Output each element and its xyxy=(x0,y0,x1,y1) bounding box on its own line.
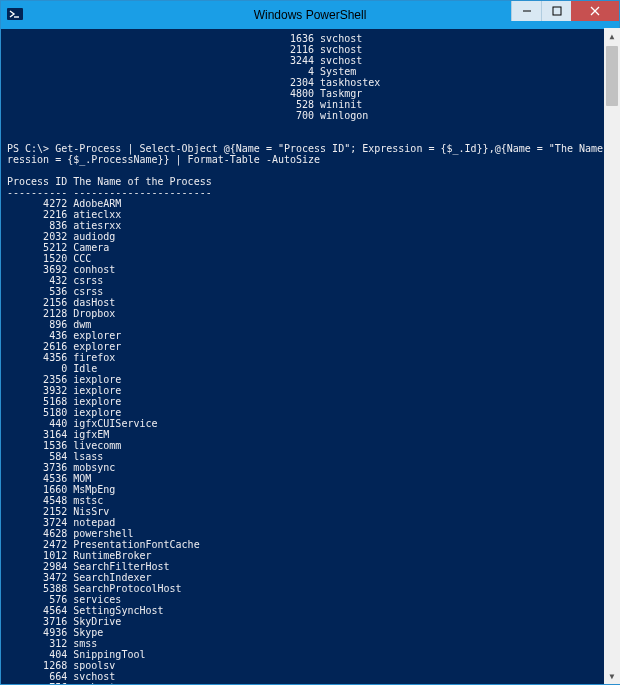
powershell-window: Windows PowerShell 1636 svchost xyxy=(0,0,620,685)
process-row: 2156 dasHost xyxy=(7,297,619,308)
process-row: 4 System xyxy=(7,66,619,77)
process-row: 2116 svchost xyxy=(7,44,619,55)
process-row: 2356 iexplore xyxy=(7,374,619,385)
process-row: 756 svchost xyxy=(7,682,619,684)
process-row: 2304 taskhostex xyxy=(7,77,619,88)
process-row: 896 dwm xyxy=(7,319,619,330)
process-row: 576 services xyxy=(7,594,619,605)
close-button[interactable] xyxy=(571,1,619,21)
process-row: 404 SnippingTool xyxy=(7,649,619,660)
process-row: 2128 Dropbox xyxy=(7,308,619,319)
process-row: 3692 conhost xyxy=(7,264,619,275)
process-row: 1636 svchost xyxy=(7,33,619,44)
svg-rect-3 xyxy=(553,7,561,15)
process-row: 4356 firefox xyxy=(7,352,619,363)
scroll-down-button[interactable]: ▼ xyxy=(604,668,620,684)
process-row: 2152 NisSrv xyxy=(7,506,619,517)
terminal-output[interactable]: 1636 svchost 2116 svchost 3244 svchost 4… xyxy=(1,29,619,684)
process-row: 436 explorer xyxy=(7,330,619,341)
process-row: 3244 svchost xyxy=(7,55,619,66)
process-row: 1268 spoolsv xyxy=(7,660,619,671)
table-divider: ---------- ----------------------- xyxy=(7,187,619,198)
process-row: 1660 MsMpEng xyxy=(7,484,619,495)
command-line: ression = {$_.ProcessName}} | Format-Tab… xyxy=(7,154,619,165)
process-row: 2984 SearchFilterHost xyxy=(7,561,619,572)
app-icon xyxy=(7,6,23,22)
process-row: 2616 explorer xyxy=(7,341,619,352)
process-row: 0 Idle xyxy=(7,363,619,374)
scroll-up-button[interactable]: ▲ xyxy=(604,28,620,44)
vertical-scrollbar[interactable]: ▲ ▼ xyxy=(604,28,620,684)
process-row: 2032 audiodg xyxy=(7,231,619,242)
process-row: 5180 iexplore xyxy=(7,407,619,418)
process-row: 2472 PresentationFontCache xyxy=(7,539,619,550)
process-row: 4800 Taskmgr xyxy=(7,88,619,99)
process-row: 4564 SettingSyncHost xyxy=(7,605,619,616)
process-row: 432 csrss xyxy=(7,275,619,286)
blank-line xyxy=(7,132,619,143)
process-row: 3736 mobsync xyxy=(7,462,619,473)
process-row: 5212 Camera xyxy=(7,242,619,253)
blank-line xyxy=(7,165,619,176)
minimize-button[interactable] xyxy=(511,1,541,21)
process-row: 1536 livecomm xyxy=(7,440,619,451)
process-row: 700 winlogon xyxy=(7,110,619,121)
process-row: 3724 notepad xyxy=(7,517,619,528)
process-row: 5168 iexplore xyxy=(7,396,619,407)
process-row: 2216 atieclxx xyxy=(7,209,619,220)
process-row: 3932 iexplore xyxy=(7,385,619,396)
process-row: 528 wininit xyxy=(7,99,619,110)
scroll-thumb[interactable] xyxy=(606,46,618,106)
titlebar[interactable]: Windows PowerShell xyxy=(1,1,619,29)
process-row: 312 smss xyxy=(7,638,619,649)
process-row: 536 csrss xyxy=(7,286,619,297)
process-row: 4536 MOM xyxy=(7,473,619,484)
table-header: Process ID The Name of the Process xyxy=(7,176,619,187)
process-row: 4272 AdobeARM xyxy=(7,198,619,209)
process-row: 4628 powershell xyxy=(7,528,619,539)
command-line: PS C:\> Get-Process | Select-Object @{Na… xyxy=(7,143,619,154)
process-row: 1520 CCC xyxy=(7,253,619,264)
maximize-button[interactable] xyxy=(541,1,571,21)
process-row: 3716 SkyDrive xyxy=(7,616,619,627)
process-row: 3472 SearchIndexer xyxy=(7,572,619,583)
blank-line xyxy=(7,121,619,132)
process-row: 3164 igfxEM xyxy=(7,429,619,440)
process-row: 440 igfxCUIService xyxy=(7,418,619,429)
process-row: 4936 Skype xyxy=(7,627,619,638)
process-row: 584 lsass xyxy=(7,451,619,462)
process-row: 836 atiesrxx xyxy=(7,220,619,231)
process-row: 664 svchost xyxy=(7,671,619,682)
process-row: 5388 SearchProtocolHost xyxy=(7,583,619,594)
window-controls xyxy=(511,1,619,21)
process-row: 4548 mstsc xyxy=(7,495,619,506)
process-row: 1012 RuntimeBroker xyxy=(7,550,619,561)
